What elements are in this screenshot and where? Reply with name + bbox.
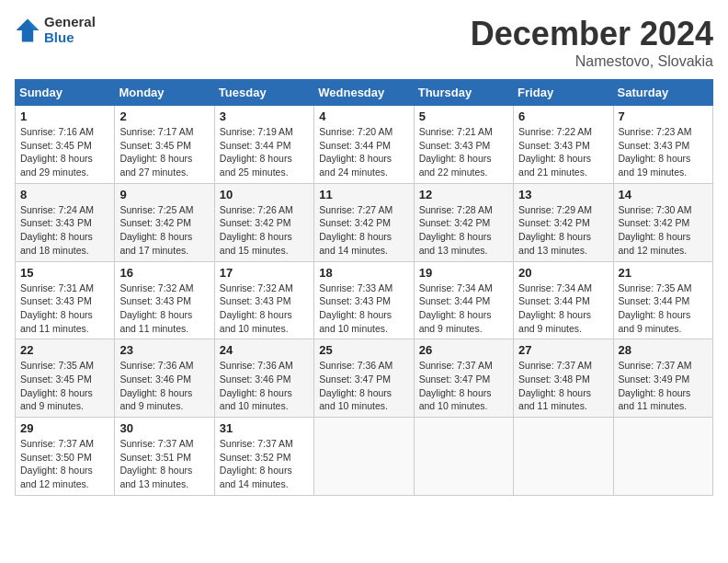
calendar-day-cell: 7Sunrise: 7:23 AMSunset: 3:43 PMDaylight…	[613, 106, 712, 184]
day-number: 1	[20, 109, 109, 123]
calendar-day-cell: 8Sunrise: 7:24 AMSunset: 3:43 PMDaylight…	[16, 183, 115, 261]
day-number: 8	[20, 188, 109, 201]
day-info: Sunrise: 7:36 AMSunset: 3:46 PMDaylight:…	[220, 360, 293, 411]
day-number: 25	[319, 343, 408, 357]
calendar-day-cell: 28Sunrise: 7:37 AMSunset: 3:49 PMDayligh…	[613, 339, 712, 418]
calendar-day-cell: 1Sunrise: 7:16 AMSunset: 3:45 PMDaylight…	[16, 106, 115, 184]
day-info: Sunrise: 7:28 AMSunset: 3:42 PMDaylight:…	[419, 204, 493, 256]
day-info: Sunrise: 7:30 AMSunset: 3:42 PMDaylight:…	[619, 204, 692, 256]
calendar-day-cell: 18Sunrise: 7:33 AMSunset: 3:43 PMDayligh…	[314, 261, 414, 339]
day-info: Sunrise: 7:37 AMSunset: 3:49 PMDaylight:…	[619, 360, 692, 411]
weekday-header: Sunday	[16, 80, 115, 106]
day-number: 15	[20, 266, 109, 280]
calendar-day-cell: 11Sunrise: 7:27 AMSunset: 3:42 PMDayligh…	[314, 183, 414, 261]
calendar-day-cell: 22Sunrise: 7:35 AMSunset: 3:45 PMDayligh…	[16, 339, 115, 418]
calendar-week-row: 29Sunrise: 7:37 AMSunset: 3:50 PMDayligh…	[16, 418, 713, 496]
weekday-header: Friday	[514, 80, 613, 106]
day-info: Sunrise: 7:24 AMSunset: 3:43 PMDaylight:…	[20, 204, 94, 256]
calendar-day-cell	[314, 418, 414, 496]
calendar-day-cell: 9Sunrise: 7:25 AMSunset: 3:42 PMDaylight…	[115, 183, 214, 261]
day-number: 5	[419, 109, 508, 123]
weekday-header: Tuesday	[214, 80, 313, 106]
calendar-week-row: 1Sunrise: 7:16 AMSunset: 3:45 PMDaylight…	[16, 106, 713, 184]
calendar-week-row: 8Sunrise: 7:24 AMSunset: 3:43 PMDaylight…	[16, 183, 713, 261]
day-info: Sunrise: 7:17 AMSunset: 3:45 PMDaylight:…	[119, 126, 193, 178]
day-number: 18	[319, 266, 408, 280]
calendar-day-cell	[514, 418, 613, 496]
day-number: 29	[20, 421, 109, 435]
logo-blue-text: Blue	[44, 30, 96, 46]
calendar-day-cell: 26Sunrise: 7:37 AMSunset: 3:47 PMDayligh…	[414, 339, 513, 418]
day-number: 24	[220, 343, 309, 357]
day-info: Sunrise: 7:19 AMSunset: 3:44 PMDaylight:…	[220, 126, 293, 178]
logo-general-text: General	[44, 15, 96, 30]
day-info: Sunrise: 7:32 AMSunset: 3:43 PMDaylight:…	[220, 282, 293, 334]
calendar-day-cell: 23Sunrise: 7:36 AMSunset: 3:46 PMDayligh…	[115, 339, 214, 418]
day-info: Sunrise: 7:16 AMSunset: 3:45 PMDaylight:…	[20, 126, 94, 178]
calendar-day-cell: 17Sunrise: 7:32 AMSunset: 3:43 PMDayligh…	[214, 261, 313, 339]
day-info: Sunrise: 7:22 AMSunset: 3:43 PMDaylight:…	[518, 126, 592, 178]
day-number: 2	[119, 109, 209, 123]
calendar-day-cell: 31Sunrise: 7:37 AMSunset: 3:52 PMDayligh…	[214, 418, 313, 496]
day-info: Sunrise: 7:26 AMSunset: 3:42 PMDaylight:…	[220, 204, 293, 256]
calendar-day-cell: 30Sunrise: 7:37 AMSunset: 3:51 PMDayligh…	[115, 418, 214, 496]
day-number: 11	[319, 188, 408, 201]
day-number: 17	[220, 266, 309, 280]
weekday-header: Thursday	[414, 80, 513, 106]
calendar-day-cell: 27Sunrise: 7:37 AMSunset: 3:48 PMDayligh…	[514, 339, 613, 418]
day-info: Sunrise: 7:21 AMSunset: 3:43 PMDaylight:…	[419, 126, 493, 178]
day-info: Sunrise: 7:36 AMSunset: 3:47 PMDaylight:…	[319, 360, 392, 411]
weekday-header: Wednesday	[314, 80, 414, 106]
day-number: 23	[119, 343, 209, 357]
day-info: Sunrise: 7:37 AMSunset: 3:48 PMDaylight:…	[518, 360, 592, 411]
day-number: 20	[518, 266, 608, 280]
day-info: Sunrise: 7:25 AMSunset: 3:42 PMDaylight:…	[119, 204, 193, 256]
calendar-day-cell: 3Sunrise: 7:19 AMSunset: 3:44 PMDaylight…	[214, 106, 313, 184]
day-info: Sunrise: 7:36 AMSunset: 3:46 PMDaylight:…	[119, 360, 193, 411]
day-number: 16	[119, 266, 209, 280]
day-info: Sunrise: 7:34 AMSunset: 3:44 PMDaylight:…	[518, 282, 592, 334]
day-info: Sunrise: 7:23 AMSunset: 3:43 PMDaylight:…	[619, 126, 692, 178]
logo-text: General Blue	[44, 15, 96, 45]
day-number: 10	[220, 188, 309, 201]
calendar-day-cell: 20Sunrise: 7:34 AMSunset: 3:44 PMDayligh…	[514, 261, 613, 339]
weekday-header: Saturday	[613, 80, 712, 106]
title-block: December 2024 Namestovo, Slovakia	[471, 15, 713, 70]
calendar-day-cell: 14Sunrise: 7:30 AMSunset: 3:42 PMDayligh…	[613, 183, 712, 261]
calendar-day-cell: 10Sunrise: 7:26 AMSunset: 3:42 PMDayligh…	[214, 183, 313, 261]
calendar-day-cell: 13Sunrise: 7:29 AMSunset: 3:42 PMDayligh…	[514, 183, 613, 261]
day-info: Sunrise: 7:31 AMSunset: 3:43 PMDaylight:…	[20, 282, 94, 334]
day-info: Sunrise: 7:37 AMSunset: 3:51 PMDaylight:…	[119, 438, 193, 489]
calendar-day-cell	[414, 418, 513, 496]
page-header: General Blue December 2024 Namestovo, Sl…	[15, 15, 713, 70]
calendar-day-cell: 16Sunrise: 7:32 AMSunset: 3:43 PMDayligh…	[115, 261, 214, 339]
day-number: 28	[619, 343, 708, 357]
logo: General Blue	[15, 15, 96, 45]
calendar-day-cell	[613, 418, 712, 496]
calendar-day-cell: 19Sunrise: 7:34 AMSunset: 3:44 PMDayligh…	[414, 261, 513, 339]
day-info: Sunrise: 7:27 AMSunset: 3:42 PMDaylight:…	[319, 204, 392, 256]
calendar-day-cell: 5Sunrise: 7:21 AMSunset: 3:43 PMDaylight…	[414, 106, 513, 184]
calendar-day-cell: 12Sunrise: 7:28 AMSunset: 3:42 PMDayligh…	[414, 183, 513, 261]
day-info: Sunrise: 7:37 AMSunset: 3:47 PMDaylight:…	[419, 360, 493, 411]
day-number: 4	[319, 109, 408, 123]
month-title: December 2024	[471, 15, 713, 53]
day-number: 9	[119, 188, 209, 201]
calendar-week-row: 22Sunrise: 7:35 AMSunset: 3:45 PMDayligh…	[16, 339, 713, 418]
day-info: Sunrise: 7:34 AMSunset: 3:44 PMDaylight:…	[419, 282, 493, 334]
day-number: 3	[220, 109, 309, 123]
calendar-day-cell: 25Sunrise: 7:36 AMSunset: 3:47 PMDayligh…	[314, 339, 414, 418]
day-number: 13	[518, 188, 608, 201]
day-number: 30	[119, 421, 209, 435]
calendar-table: SundayMondayTuesdayWednesdayThursdayFrid…	[15, 79, 713, 496]
day-info: Sunrise: 7:35 AMSunset: 3:44 PMDaylight:…	[619, 282, 692, 334]
day-number: 26	[419, 343, 508, 357]
calendar-day-cell: 4Sunrise: 7:20 AMSunset: 3:44 PMDaylight…	[314, 106, 414, 184]
day-number: 27	[518, 343, 608, 357]
day-info: Sunrise: 7:37 AMSunset: 3:52 PMDaylight:…	[220, 438, 293, 489]
day-number: 21	[619, 266, 708, 280]
calendar-week-row: 15Sunrise: 7:31 AMSunset: 3:43 PMDayligh…	[16, 261, 713, 339]
calendar-day-cell: 2Sunrise: 7:17 AMSunset: 3:45 PMDaylight…	[115, 106, 214, 184]
calendar-day-cell: 24Sunrise: 7:36 AMSunset: 3:46 PMDayligh…	[214, 339, 313, 418]
logo-icon	[15, 17, 40, 43]
